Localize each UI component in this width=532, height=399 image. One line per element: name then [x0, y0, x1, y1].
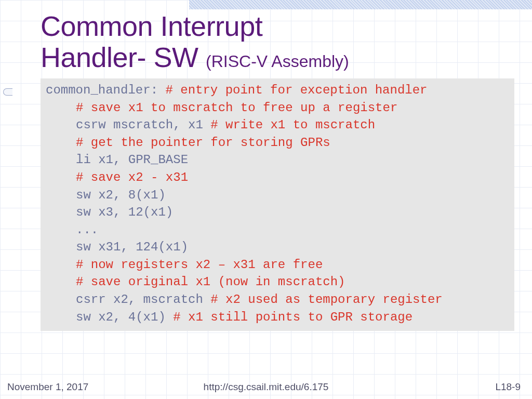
slide-title: Common Interrupt Handler- SW (RISC-V Ass…: [0, 10, 532, 73]
code-instr: sw x2, 8(x1): [76, 188, 166, 202]
footer-date: November 1, 2017: [7, 381, 88, 393]
footer-page: L18-9: [495, 381, 521, 393]
title-line-1: Common Interrupt: [41, 10, 532, 42]
footer-url: http://csg.csail.mit.edu/6.175: [204, 381, 329, 393]
code-instr: ...: [76, 223, 98, 237]
title-line-2-sub: (RISC-V Assembly): [206, 52, 349, 71]
slide: Common Interrupt Handler- SW (RISC-V Ass…: [0, 0, 532, 399]
title-line-2-main: Handler- SW: [41, 42, 206, 73]
code-block: common_handler: # entry point for except…: [41, 78, 514, 331]
code-instr: sw x3, 12(x1): [76, 205, 173, 219]
code-comment: # save original x1 (now in mscratch): [76, 275, 345, 289]
code-instr: sw x2, 4(x1): [76, 310, 173, 324]
code-comment: # now registers x2 – x31 are free: [76, 258, 323, 272]
code-comment: # entry point for exception handler: [165, 83, 427, 97]
code-comment: # x1 still points to GPR storage: [173, 310, 413, 324]
code-comment: # save x2 - x31: [76, 170, 188, 184]
code-instr: sw x31, 124(x1): [76, 240, 188, 254]
code-instr: csrw mscratch, x1: [76, 118, 210, 132]
code-label: common_handler:: [46, 83, 165, 97]
code-instr: li x1, GPR_BASE: [76, 153, 188, 167]
code-comment: # write x1 to mscratch: [210, 118, 375, 132]
slide-footer: November 1, 2017 http://csg.csail.mit.ed…: [0, 381, 532, 393]
code-comment: # x2 used as temporary register: [210, 292, 442, 307]
code-instr: csrr x2, mscratch: [76, 292, 210, 307]
code-comment: # get the pointer for storing GPRs: [76, 136, 330, 150]
code-comment: # save x1 to mscratch to free up a regis…: [76, 101, 397, 115]
